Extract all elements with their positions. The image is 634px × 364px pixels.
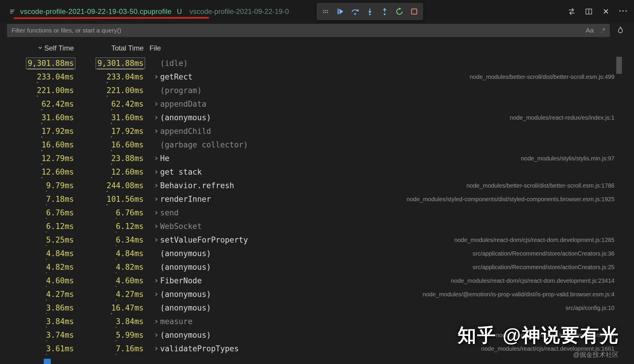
function-name: (anonymous) bbox=[160, 113, 211, 122]
chevron-right-icon[interactable] bbox=[152, 128, 160, 135]
chevron-right-icon[interactable] bbox=[152, 277, 160, 284]
file-link[interactable]: node_modules/react-dom/cjs/react-dom.dev… bbox=[454, 237, 615, 243]
chevron-right-icon[interactable] bbox=[152, 182, 160, 189]
restart-icon[interactable] bbox=[393, 5, 406, 18]
table-row[interactable]: 6.12ms 6.12ms WebSocket bbox=[0, 220, 634, 233]
chevron-right-icon[interactable] bbox=[152, 196, 160, 203]
table-row[interactable]: 16.60ms 16.60ms (garbage collector) bbox=[0, 138, 634, 152]
chevron-right-icon[interactable] bbox=[152, 209, 160, 216]
chevron-right-icon[interactable] bbox=[152, 114, 160, 121]
regex-icon[interactable]: .* bbox=[601, 27, 605, 34]
total-time-cell: 62.42ms bbox=[74, 100, 144, 108]
table-row[interactable]: 3.86ms 16.47ms (anonymous) src/api/confi… bbox=[0, 301, 634, 315]
header-self-time[interactable]: Self Time bbox=[0, 44, 74, 52]
self-time-value: 221.00ms bbox=[37, 86, 74, 95]
file-link[interactable]: node_modules/react-dom/cjs/react-dom.dev… bbox=[451, 277, 615, 284]
function-name: appendChild bbox=[160, 127, 211, 136]
file-link[interactable]: node_modules/stylis/stylis.min.js:97 bbox=[521, 155, 615, 162]
file-link[interactable]: src/application/Recommend/store/actionCr… bbox=[473, 250, 615, 257]
table-row[interactable]: 4.60ms 4.60ms FiberNode node_modules/rea… bbox=[0, 274, 634, 287]
table-row[interactable]: 9.79ms 244.08ms Behavior.refresh node_mo… bbox=[0, 179, 634, 192]
close-icon[interactable]: ✕ bbox=[602, 6, 610, 17]
function-cell: renderInner bbox=[152, 195, 211, 204]
function-name: setValueForProperty bbox=[160, 235, 248, 244]
split-editor-icon[interactable] bbox=[584, 6, 593, 17]
total-time-bar bbox=[116, 245, 116, 246]
function-cell: (garbage collector) bbox=[152, 140, 248, 149]
chevron-right-icon[interactable] bbox=[152, 332, 160, 339]
table-row[interactable]: 6.76ms 6.76ms send bbox=[0, 206, 634, 220]
file-link[interactable]: node_modules/@emotion/is-prop-valid/dist… bbox=[423, 291, 615, 298]
self-time-cell: 3.61ms bbox=[0, 344, 74, 353]
chevron-right-icon[interactable] bbox=[152, 155, 160, 162]
table-row[interactable]: 12.60ms 12.60ms get stack bbox=[0, 165, 634, 179]
table-row[interactable]: 221.00ms 221.00ms (program) bbox=[0, 84, 634, 97]
step-into-icon[interactable] bbox=[364, 5, 376, 18]
header-file[interactable]: File bbox=[149, 44, 161, 52]
file-link[interactable]: node_modules/react/cjs/react.development… bbox=[496, 332, 615, 339]
profile-table-body: 9,301.88ms 9,301.88ms (idle) 233.04ms 23… bbox=[0, 56, 634, 355]
chevron-right-icon[interactable] bbox=[152, 168, 160, 176]
chevron-right-icon[interactable] bbox=[152, 318, 160, 325]
stop-icon[interactable] bbox=[408, 5, 420, 18]
file-link[interactable]: node_modules/react/cjs/react.development… bbox=[481, 345, 615, 352]
self-time-cell: 6.76ms bbox=[0, 208, 74, 217]
chevron-right-icon[interactable] bbox=[152, 291, 160, 298]
header-total-time[interactable]: Total Time bbox=[74, 44, 144, 52]
chevron-right-icon[interactable] bbox=[152, 73, 160, 80]
table-row[interactable]: 7.18ms 101.56ms renderInner node_modules… bbox=[0, 192, 634, 206]
chevron-right-icon[interactable] bbox=[152, 236, 160, 243]
table-row[interactable]: 233.04ms 233.04ms getRect node_modules/b… bbox=[0, 70, 634, 84]
self-time-cell: 5.25ms bbox=[0, 235, 74, 244]
file-link[interactable]: node_modules/react-redux/es/index.js:1 bbox=[510, 114, 615, 121]
file-link[interactable]: node_modules/styled-components/dist/styl… bbox=[407, 196, 615, 203]
gripper-icon[interactable] bbox=[319, 5, 332, 18]
self-time-bar bbox=[46, 327, 47, 328]
table-row[interactable]: 3.61ms 7.16ms validatePropTypes node_mod… bbox=[0, 342, 634, 355]
table-row[interactable]: 31.60ms 31.60ms (anonymous) node_modules… bbox=[0, 111, 634, 124]
tab-active-label[interactable]: vscode-profile-2021-09-22-19-03-50.cpupr… bbox=[20, 7, 172, 16]
total-time-value: 101.56ms bbox=[107, 195, 144, 204]
function-cell: (anonymous) bbox=[152, 331, 211, 339]
compare-icon[interactable] bbox=[567, 6, 576, 17]
tab-inactive-label[interactable]: vscode-profile-2021-09-22-19-0 bbox=[190, 7, 289, 16]
self-time-value: 17.92ms bbox=[41, 127, 74, 136]
step-out-icon[interactable] bbox=[378, 5, 391, 18]
chevron-right-icon[interactable] bbox=[152, 100, 160, 108]
table-row[interactable]: 3.74ms 5.99ms (anonymous) node_modules/r… bbox=[0, 328, 634, 342]
table-row[interactable]: 9,301.88ms 9,301.88ms (idle) bbox=[0, 56, 634, 70]
self-time-cell: 17.92ms bbox=[0, 127, 74, 136]
vertical-scrollbar[interactable] bbox=[616, 57, 622, 74]
total-time-bar bbox=[116, 218, 116, 219]
chevron-right-icon[interactable] bbox=[152, 223, 160, 230]
self-time-value: 3.74ms bbox=[46, 331, 74, 339]
match-case-icon[interactable]: Aa bbox=[586, 27, 594, 34]
file-link[interactable]: src/api/config.js:10 bbox=[565, 305, 615, 311]
step-over-icon[interactable] bbox=[349, 5, 361, 18]
table-row[interactable]: 5.25ms 6.34ms setValueForProperty node_m… bbox=[0, 233, 634, 247]
file-link[interactable]: node_modules/better-scroll/dist/better-s… bbox=[466, 182, 615, 189]
continue-icon[interactable] bbox=[334, 5, 347, 18]
chevron-right-icon[interactable] bbox=[152, 345, 160, 352]
table-row[interactable]: 3.84ms 3.84ms measure bbox=[0, 315, 634, 328]
chevron-down-icon bbox=[37, 44, 43, 52]
function-name: validatePropTypes bbox=[160, 344, 239, 353]
table-row[interactable]: 4.27ms 4.27ms (anonymous) node_modules/@… bbox=[0, 287, 634, 301]
total-time-cell: 16.47ms bbox=[74, 303, 144, 312]
total-time-cell: 5.99ms bbox=[74, 331, 144, 339]
self-time-value: 62.42ms bbox=[41, 100, 74, 108]
total-time-value: 4.60ms bbox=[116, 276, 144, 285]
file-link[interactable]: src/application/Recommend/store/actionCr… bbox=[473, 264, 615, 271]
more-actions-icon[interactable]: ⋯ bbox=[619, 6, 628, 17]
self-time-bar bbox=[46, 300, 47, 300]
filter-input[interactable] bbox=[7, 24, 610, 37]
table-row[interactable]: 4.82ms 4.82ms (anonymous) src/applicatio… bbox=[0, 260, 634, 274]
self-time-cell: 233.04ms bbox=[0, 72, 74, 81]
flame-graph-icon[interactable] bbox=[614, 24, 627, 37]
table-row[interactable]: 62.42ms 62.42ms appendData bbox=[0, 97, 634, 111]
table-row[interactable]: 12.79ms 23.88ms He node_modules/stylis/s… bbox=[0, 152, 634, 165]
function-cell: (anonymous) bbox=[152, 290, 211, 299]
table-row[interactable]: 4.84ms 4.84ms (anonymous) src/applicatio… bbox=[0, 247, 634, 260]
file-link[interactable]: node_modules/better-scroll/dist/better-s… bbox=[470, 74, 615, 80]
table-row[interactable]: 17.92ms 17.92ms appendChild bbox=[0, 124, 634, 138]
